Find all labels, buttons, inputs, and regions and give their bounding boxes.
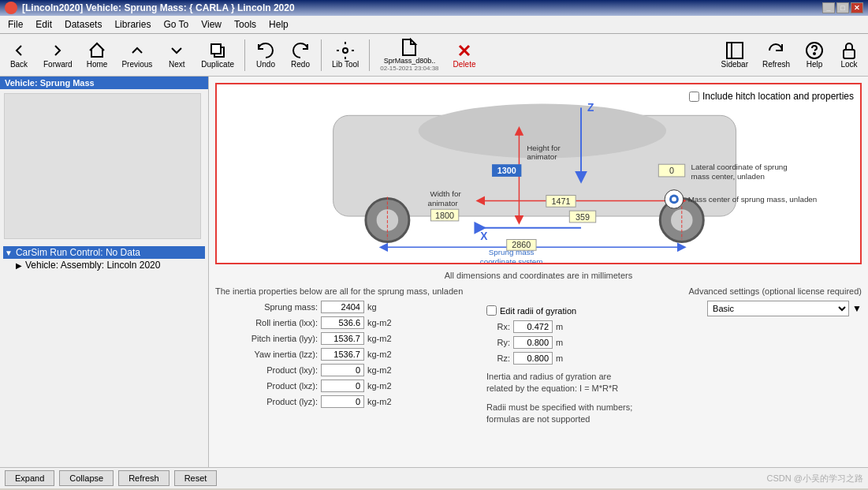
product-lxy-input[interactable] [321, 364, 364, 376]
svg-text:Lateral coordinate of sprung: Lateral coordinate of sprung [691, 163, 788, 171]
toolbar-separator-1 [244, 39, 245, 71]
menu-file[interactable]: File [3, 17, 28, 32]
menu-libraries[interactable]: Libraries [110, 17, 155, 32]
home-button[interactable]: Home [81, 39, 114, 71]
svg-text:1471: 1471 [551, 196, 570, 206]
advanced-section: Advanced settings (optional license requ… [657, 286, 862, 426]
toolbar-separator-3 [369, 39, 370, 71]
lib-tool-button[interactable]: Lib Tool [326, 39, 364, 71]
radii-note: Radii must be specified with numbers;for… [486, 402, 644, 426]
product-lyz-unit: kg-m2 [367, 397, 392, 406]
advanced-select[interactable]: Basic [707, 301, 849, 316]
menu-help[interactable]: Help [264, 17, 293, 32]
tree-child-label: Vehicle: Assembly: Lincoln 2020 [25, 260, 160, 271]
hitch-checkbox-row: Include hitch location and properties [689, 91, 854, 102]
right-content: Z X [209, 77, 868, 467]
watermark: CSDN @小吴的学习之路 [767, 473, 863, 484]
parsfile-button[interactable]: SprMass_d80b.. 02-15-2021 23:04:38 [374, 36, 444, 74]
radii-section: Edit radii of gyration Rx: m Ry: m Rz: [486, 286, 644, 426]
collapse-button[interactable]: Collapse [59, 470, 114, 486]
tree-node-root[interactable]: ▼ CarSim Run Control: No Data [3, 246, 205, 259]
close-btn[interactable]: ✕ [851, 2, 863, 13]
undo-button[interactable]: Undo [250, 39, 281, 71]
previous-button[interactable]: Previous [116, 39, 158, 71]
reset-button[interactable]: Reset [174, 470, 218, 486]
menu-view[interactable]: View [196, 17, 226, 32]
pitch-input[interactable] [321, 332, 364, 345]
product-lxy-row: Product (lxy): kg-m2 [215, 364, 474, 376]
minimize-btn[interactable]: _ [822, 2, 835, 13]
rx-label: Rx: [486, 322, 510, 331]
svg-rect-7 [844, 50, 855, 58]
expand-button[interactable]: Expand [5, 470, 54, 486]
lock-button[interactable]: Lock [833, 39, 865, 71]
menu-tools[interactable]: Tools [229, 17, 261, 32]
menu-edit[interactable]: Edit [31, 17, 57, 32]
product-lxz-input[interactable] [321, 380, 364, 392]
yaw-input[interactable] [321, 348, 364, 361]
roll-label: Roll inertia (lxx): [215, 318, 318, 327]
form-note: All dimensions and coordinates are in mi… [209, 271, 868, 280]
roll-inertia-row: Roll inertia (lxx): kg-m2 [215, 316, 474, 329]
roll-unit: kg-m2 [367, 318, 392, 327]
redo-button[interactable]: Redo [285, 39, 316, 71]
form-panels: The inertia properties below are all for… [209, 286, 868, 432]
inertia-note: Inertia and radius of gyration arerelate… [486, 371, 644, 395]
svg-text:359: 359 [576, 212, 590, 222]
svg-text:mass center, unladen: mass center, unladen [691, 172, 765, 181]
title-bar: [Lincoln2020] Vehicle: Sprung Mass: { CA… [0, 0, 868, 16]
roll-input[interactable] [321, 316, 364, 329]
hitch-checkbox[interactable] [689, 92, 699, 102]
svg-rect-3 [727, 43, 743, 58]
menu-datasets[interactable]: Datasets [60, 17, 106, 32]
forward-button[interactable]: Forward [38, 39, 78, 71]
maximize-btn[interactable]: □ [836, 2, 849, 13]
pitch-inertia-row: Pitch inertia (lyy): kg-m2 [215, 332, 474, 345]
pitch-label: Pitch inertia (lyy): [215, 334, 318, 343]
tree-node-child[interactable]: ▶ Vehicle: Assembly: Lincoln 2020 [3, 259, 205, 271]
edit-radii-row: Edit radii of gyration [486, 305, 644, 316]
product-lxy-unit: kg-m2 [367, 365, 392, 375]
vehicle-thumbnail [4, 93, 201, 239]
svg-point-47 [672, 196, 676, 201]
delete-button[interactable]: Delete [448, 39, 482, 71]
product-lyz-row: Product (lyz): kg-m2 [215, 395, 474, 408]
svg-text:animator: animator [527, 152, 557, 161]
ry-label: Ry: [486, 338, 510, 347]
duplicate-button[interactable]: Duplicate [196, 39, 240, 71]
left-form: The inertia properties below are all for… [215, 286, 474, 426]
tree-child-icon: ▶ [16, 261, 22, 270]
yaw-label: Yaw inertia (lzz): [215, 350, 318, 359]
refresh-bottom-button[interactable]: Refresh [118, 470, 170, 486]
window-title: [Lincoln2020] Vehicle: Sprung Mass: { CA… [22, 2, 295, 13]
tree-expand-icon: ▼ [5, 249, 13, 257]
window-controls[interactable]: _ □ ✕ [822, 2, 863, 13]
rx-row: Rx: m [486, 320, 644, 333]
product-lxy-label: Product (lxy): [215, 365, 318, 375]
svg-point-6 [814, 53, 815, 54]
menu-goto[interactable]: Go To [158, 17, 193, 32]
refresh-button[interactable]: Refresh [757, 39, 795, 71]
yaw-unit: kg-m2 [367, 350, 392, 359]
ry-input[interactable] [513, 336, 553, 349]
edit-radii-checkbox[interactable] [486, 305, 497, 316]
advanced-title: Advanced settings (optional license requ… [657, 286, 862, 296]
product-lxz-unit: kg-m2 [367, 381, 392, 391]
svg-text:X: X [480, 230, 488, 242]
back-button[interactable]: Back [3, 39, 35, 71]
product-lxz-label: Product (lxz): [215, 381, 318, 391]
svg-text:Mass center of sprung mass, un: Mass center of sprung mass, unladen [688, 195, 818, 204]
help-button[interactable]: Help [799, 39, 830, 71]
yaw-inertia-row: Yaw inertia (lzz): kg-m2 [215, 348, 474, 361]
rx-input[interactable] [513, 320, 553, 333]
svg-text:2860: 2860 [512, 240, 531, 249]
svg-text:coordinate system: coordinate system [480, 257, 543, 263]
svg-text:1300: 1300 [497, 166, 516, 175]
rz-input[interactable] [513, 352, 553, 365]
sprung-mass-input[interactable] [321, 301, 364, 313]
advanced-select-row: Basic ▼ [657, 301, 862, 316]
product-lyz-input[interactable] [321, 395, 364, 408]
next-button[interactable]: Next [161, 39, 192, 71]
pitch-unit: kg-m2 [367, 334, 392, 343]
sidebar-button[interactable]: Sidebar [716, 39, 754, 71]
